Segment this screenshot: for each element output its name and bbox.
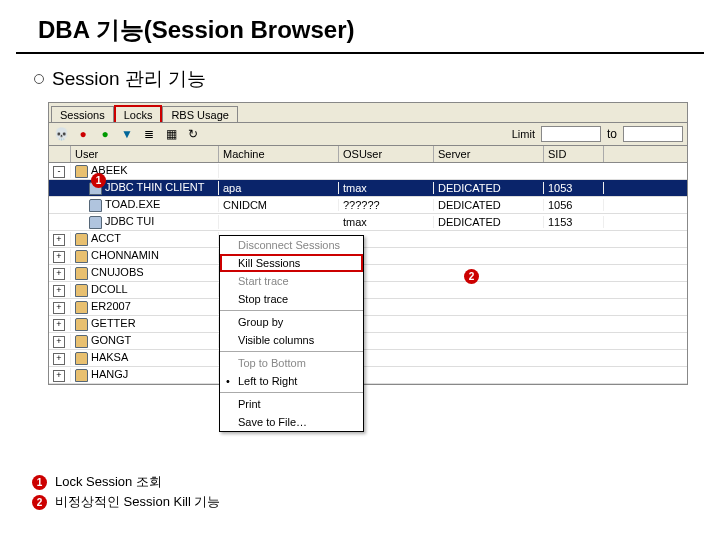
table-row[interactable]: +HAKSA	[49, 350, 687, 367]
table-row[interactable]: +CNUJOBS	[49, 265, 687, 282]
session-icon	[89, 216, 102, 229]
table-row[interactable]: -ABEEK	[49, 163, 687, 180]
cell-user: DCOLL	[71, 283, 219, 297]
cell-server: DEDICATED	[434, 199, 544, 211]
table-row[interactable]: +HANGJ	[49, 367, 687, 384]
tree-toggle[interactable]: +	[49, 334, 71, 348]
tree-toggle[interactable]: +	[49, 317, 71, 331]
session-grid: User Machine OSUser Server SID 2 Disconn…	[49, 146, 687, 384]
legend-text-1: Lock Session 조회	[55, 473, 162, 491]
menu-sep-1	[220, 310, 363, 311]
table-row[interactable]: +GONGT	[49, 333, 687, 350]
cell-user: HANGJ	[71, 368, 219, 382]
cell-osuser: tmax	[339, 216, 434, 228]
cell-machine: CNIDCM	[219, 199, 339, 211]
tab-strip: Sessions Locks RBS Usage	[49, 103, 687, 122]
slide-title: DBA 기능(Session Browser)	[16, 0, 704, 54]
user-icon	[75, 369, 88, 382]
tree-toggle[interactable]: +	[49, 283, 71, 297]
menu-disconnect[interactable]: Disconnect Sessions	[220, 236, 363, 254]
table-row[interactable]: +CHONNAMIN	[49, 248, 687, 265]
group-icon[interactable]: ≣	[141, 126, 157, 142]
col-tree[interactable]	[49, 146, 71, 162]
cell-user: GONGT	[71, 334, 219, 348]
user-icon	[75, 233, 88, 246]
menu-visible-columns[interactable]: Visible columns	[220, 331, 363, 349]
tab-locks[interactable]: Locks	[115, 106, 162, 123]
col-server[interactable]: Server	[434, 146, 544, 162]
user-icon	[75, 318, 88, 331]
green-go-icon[interactable]: ●	[97, 126, 113, 142]
cell-user: ACCT	[71, 232, 219, 246]
session-browser-window: Sessions Locks RBS Usage 1 💀 ● ● ▼ ≣ ▦ ↻…	[48, 102, 688, 385]
session-icon	[89, 199, 102, 212]
cell-server: DEDICATED	[434, 216, 544, 228]
refresh-icon[interactable]: ↻	[185, 126, 201, 142]
menu-start-trace[interactable]: Start trace	[220, 272, 363, 290]
cell-user: ER2007	[71, 300, 219, 314]
subtitle-text: Session 관리 기능	[52, 66, 206, 92]
menu-sep-2	[220, 351, 363, 352]
cell-user: TOAD.EXE	[71, 198, 219, 212]
grid-header: User Machine OSUser Server SID	[49, 146, 687, 163]
user-icon	[75, 284, 88, 297]
table-row[interactable]: +ACCT	[49, 231, 687, 248]
tree-toggle[interactable]: +	[49, 368, 71, 382]
cell-user: CHONNAMIN	[71, 249, 219, 263]
tree-toggle[interactable]: +	[49, 249, 71, 263]
user-icon	[75, 301, 88, 314]
red-stop-icon[interactable]: ●	[75, 126, 91, 142]
bullet-icon	[34, 74, 44, 84]
menu-group-by[interactable]: Group by	[220, 313, 363, 331]
cell-server: DEDICATED	[434, 182, 544, 194]
tree-toggle[interactable]: +	[49, 266, 71, 280]
skull-icon[interactable]: 💀	[53, 126, 69, 142]
legend-row-2: 2 비정상적인 Session Kill 기능	[32, 492, 220, 512]
legend: 1 Lock Session 조회 2 비정상적인 Session Kill 기…	[32, 472, 220, 512]
legend-row-1: 1 Lock Session 조회	[32, 472, 220, 492]
limit-from-input[interactable]	[541, 126, 601, 142]
columns-icon[interactable]: ▦	[163, 126, 179, 142]
table-row[interactable]: +ER2007	[49, 299, 687, 316]
menu-kill-sessions[interactable]: Kill Sessions	[220, 254, 363, 272]
context-menu: Disconnect Sessions Kill Sessions Start …	[219, 235, 364, 432]
legend-text-2: 비정상적인 Session Kill 기능	[55, 493, 220, 511]
col-user[interactable]: User	[71, 146, 219, 162]
cell-osuser: tmax	[339, 182, 434, 194]
table-row[interactable]: JDBC THIN CLIENTapatmaxDEDICATED1053	[49, 180, 687, 197]
limit-label: Limit	[512, 128, 535, 140]
tab-rbs-usage[interactable]: RBS Usage	[162, 106, 237, 123]
callout-2: 2	[464, 269, 479, 284]
col-machine[interactable]: Machine	[219, 146, 339, 162]
col-sid[interactable]: SID	[544, 146, 604, 162]
tree-toggle[interactable]: +	[49, 351, 71, 365]
tree-toggle[interactable]: +	[49, 232, 71, 246]
cell-osuser: ??????	[339, 199, 434, 211]
user-icon	[75, 335, 88, 348]
table-row[interactable]: JDBC TUItmaxDEDICATED1153	[49, 214, 687, 231]
tree-toggle[interactable]: +	[49, 300, 71, 314]
cell-user: GETTER	[71, 317, 219, 331]
menu-stop-trace[interactable]: Stop trace	[220, 290, 363, 308]
menu-print[interactable]: Print	[220, 395, 363, 413]
menu-left-to-right[interactable]: Left to Right	[220, 372, 363, 390]
cell-user: JDBC TUI	[71, 215, 219, 229]
legend-num-2: 2	[32, 495, 47, 510]
table-row[interactable]: TOAD.EXECNIDCM??????DEDICATED1056	[49, 197, 687, 214]
subtitle-row: Session 관리 기능	[0, 54, 720, 102]
cell-sid: 1153	[544, 216, 604, 228]
cell-sid: 1053	[544, 182, 604, 194]
user-icon	[75, 352, 88, 365]
col-osuser[interactable]: OSUser	[339, 146, 434, 162]
table-row[interactable]: +GETTER	[49, 316, 687, 333]
table-row[interactable]: +DCOLL	[49, 282, 687, 299]
filter-icon[interactable]: ▼	[119, 126, 135, 142]
legend-num-1: 1	[32, 475, 47, 490]
tab-sessions[interactable]: Sessions	[51, 106, 114, 123]
user-icon	[75, 165, 88, 178]
tree-toggle[interactable]: -	[49, 164, 71, 178]
limit-to-input[interactable]	[623, 126, 683, 142]
menu-top-to-bottom[interactable]: Top to Bottom	[220, 354, 363, 372]
grid-body: 2 Disconnect Sessions Kill Sessions Star…	[49, 163, 687, 384]
menu-save-to-file[interactable]: Save to File…	[220, 413, 363, 431]
